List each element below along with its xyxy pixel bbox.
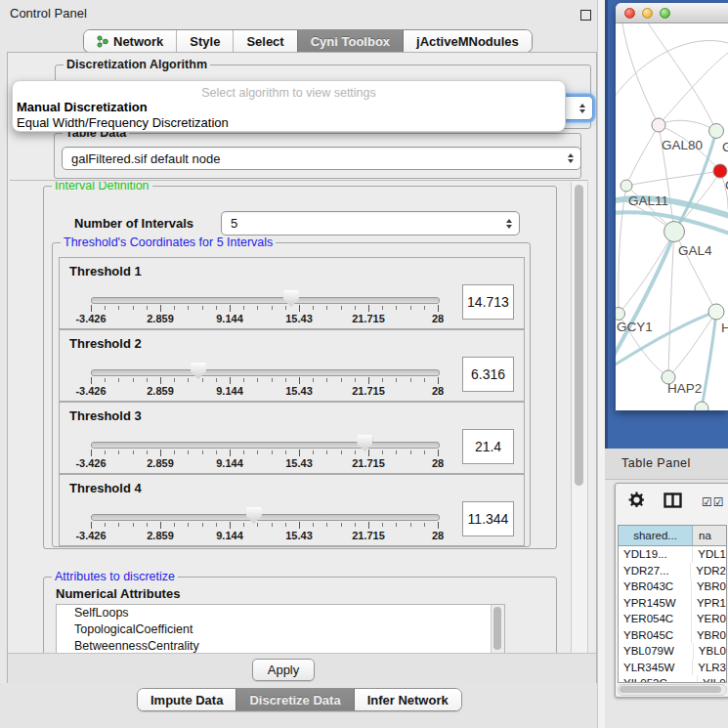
cell-shared-name: YPR145W [619,595,692,612]
tab-cyni-toolbox[interactable]: Cyni Toolbox [297,30,403,52]
network-node[interactable] [709,124,724,139]
tab-style[interactable]: Style [176,30,233,52]
tick-mark [341,306,342,310]
threshold-value-field[interactable]: 14.713 [462,284,514,320]
tick-mark [216,378,217,382]
tick-mark [438,450,439,456]
network-node[interactable] [708,304,724,320]
network-edge[interactable] [626,171,720,186]
network-edge[interactable] [622,23,659,125]
zoom-traffic-light-icon[interactable] [660,8,670,19]
tick-mark [285,378,286,382]
tick-mark [424,450,425,454]
tick-label: 9.144 [216,457,243,469]
table-row[interactable]: YBR043CYBR0 [619,578,726,595]
node-attribute-table[interactable]: shared... na YDL19...YDL1YDR27...YDR2YBR… [618,525,727,683]
table-row[interactable]: YBR045CYBR0 [619,627,726,644]
table-panel-container: ☑☑ shared... na YDL19...YDL1YDR27...YDR2… [615,483,728,698]
close-traffic-light-icon[interactable] [624,8,635,19]
slider-ticks [91,377,438,385]
cell-name: YBR0 [692,627,726,644]
number-of-intervals-combobox[interactable]: 5 [221,211,520,236]
slider-ticks [91,522,438,530]
algorithm-option[interactable]: Manual Discretization [17,100,148,114]
select-columns-checkboxes-icon[interactable]: ☑☑ [702,495,725,509]
table-horizontal-scrollbar[interactable] [618,684,727,696]
tab-impute-data[interactable]: Impute Data [138,689,236,710]
network-edge[interactable] [668,232,674,377]
gear-icon[interactable] [628,492,645,508]
control-panel-tabs: NetworkStyleSelectCyni ToolboxjActiveMNo… [83,29,533,53]
list-scrollbar[interactable] [491,605,504,653]
network-edge-highlighted[interactable] [616,235,674,356]
network-edge[interactable] [626,125,659,186]
float-window-icon[interactable] [580,10,591,21]
combo-stepper-icon [579,104,585,113]
tick-mark [424,523,425,527]
threshold-value-field[interactable]: 21.4 [462,429,514,464]
tick-mark [313,450,314,454]
tab-discretize-data[interactable]: Discretize Data [236,689,353,710]
tick-mark [216,450,217,454]
tick-mark [160,450,161,456]
attribute-list-item[interactable]: SelfLoops [57,605,504,621]
tick-mark [326,378,327,382]
table-data-combobox[interactable]: galFiltered.sif default node [62,147,581,170]
table-header-row: shared... na [619,526,726,546]
table-row[interactable]: YDL19...YDL1 [619,546,726,563]
threshold-value-field[interactable]: 6.316 [462,357,514,392]
table-row[interactable]: YER054CYER0 [619,611,726,627]
network-node[interactable] [652,118,665,132]
tab-jactivemnodules[interactable]: jActiveMNodules [403,30,532,52]
slider-track[interactable] [91,369,440,376]
tab-infer-network[interactable]: Infer Network [354,689,461,710]
numerical-attributes-list[interactable]: SelfLoopsTopologicalCoefficientBetweenne… [56,604,505,653]
network-canvas[interactable]: GAL80GACGAL11GAL4GCY1HHAP2 [616,23,728,410]
apply-button[interactable]: Apply [252,659,315,681]
slider-tick-labels: -3.4262.8599.14415.4321.71528 [91,313,438,325]
network-node[interactable] [621,180,632,192]
network-edge[interactable] [645,23,716,131]
settings-scrollbar[interactable] [571,182,588,653]
slider-tick-labels: -3.4262.8599.14415.4321.71528 [91,385,438,398]
network-edge[interactable] [619,186,626,314]
tab-select[interactable]: Select [233,30,296,52]
network-node[interactable] [713,164,727,178]
network-edge[interactable] [616,41,728,103]
tick-mark [326,450,327,454]
tick-mark [188,378,189,382]
table-row[interactable]: YPR145WYPR1 [619,595,726,612]
threshold-value-field[interactable]: 11.344 [462,501,514,536]
cell-name: YDL1 [693,546,726,563]
tick-label: 28 [432,457,444,469]
network-window-titlebar[interactable] [616,3,728,23]
tick-mark [368,377,369,384]
attribute-list-item[interactable]: TopologicalCoefficient [57,621,504,638]
table-row[interactable]: YDR27...YDR2 [619,563,726,579]
network-edge[interactable] [619,232,674,314]
column-header-name[interactable]: na [693,526,726,545]
scrollbar-thumb[interactable] [620,686,721,693]
slider-track[interactable] [91,514,440,521]
tab-network[interactable]: Network [84,30,176,52]
table-row[interactable]: YBL079WYBL0 [619,643,726,660]
network-node[interactable] [664,222,685,242]
columns-icon[interactable] [664,492,682,508]
tick-mark [216,306,217,310]
minimize-traffic-light-icon[interactable] [642,8,653,19]
slider-track[interactable] [91,297,440,304]
algorithm-hint-text: Select algorithm to view settings [13,86,565,100]
tick-mark [243,378,244,382]
network-node[interactable] [616,308,625,321]
table-row[interactable]: YIL052CYIL0 [619,675,726,683]
network-edge-highlighted[interactable] [702,312,716,408]
scrollbar-thumb[interactable] [575,185,583,486]
attribute-list-item[interactable]: BetweennessCentrality [57,638,504,653]
algorithm-option[interactable]: Equal Width/Frequency Discretization [17,115,229,130]
slider-track[interactable] [91,442,440,449]
tick-mark [174,523,175,527]
table-row[interactable]: YLR345WYLR3 [619,660,726,676]
node-label: GA [722,140,728,154]
network-node[interactable] [695,402,708,410]
column-header-shared-name[interactable]: shared... [619,526,693,545]
